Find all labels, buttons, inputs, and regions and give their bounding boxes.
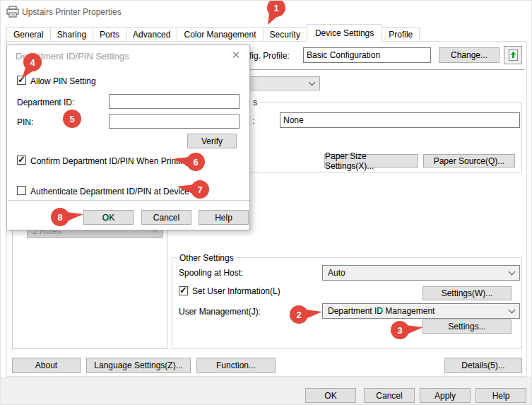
chevron-down-icon — [309, 78, 316, 86]
details-button[interactable]: Details(5)... — [444, 358, 522, 373]
tab-ports[interactable]: Ports — [93, 27, 126, 42]
window-title: Upstairs Printer Properties — [22, 7, 122, 17]
set-user-info-checkbox[interactable] — [179, 286, 188, 295]
printer-properties-window: Upstairs Printer Properties General Shar… — [0, 0, 532, 405]
spooling-label: Spooling at Host: — [179, 268, 243, 278]
none-field[interactable]: None — [280, 112, 520, 128]
pin-label: PIN: — [17, 117, 33, 127]
set-user-info-label: Set User Information(L) — [192, 286, 280, 296]
paper-source-button[interactable]: Paper Source(Q)... — [423, 154, 515, 168]
dialog-help-button[interactable]: Help — [199, 210, 249, 225]
ok-button[interactable]: OK — [305, 388, 356, 403]
other-settings-title: Other Settings — [177, 253, 236, 263]
tab-color-management[interactable]: Color Management — [177, 27, 263, 42]
callout-1-icon: 1 — [257, 0, 288, 28]
export-profile-icon — [508, 49, 519, 61]
callout-8-icon: 8 — [50, 207, 85, 227]
user-management-dropdown[interactable]: Department ID Management — [322, 303, 520, 319]
callout-3-icon: 3 — [390, 320, 425, 340]
svg-text:6: 6 — [193, 157, 198, 168]
callout-6-icon: 6 — [170, 152, 206, 172]
apply-button[interactable]: Apply — [420, 388, 471, 403]
tab-advanced[interactable]: Advanced — [126, 27, 177, 42]
svg-text:5: 5 — [69, 114, 74, 124]
confirm-label: Confirm Department ID/PIN When Printing — [30, 156, 189, 166]
confirm-checkbox[interactable] — [17, 155, 26, 165]
svg-text:1: 1 — [273, 3, 278, 13]
printer-icon — [6, 6, 19, 18]
callout-4-icon: 4 — [13, 52, 45, 82]
department-id-label: Department ID: — [17, 98, 74, 107]
tab-device-settings[interactable]: Device Settings — [307, 24, 382, 42]
change-button[interactable]: Change... — [439, 47, 500, 63]
svg-text:3: 3 — [397, 325, 402, 336]
function-button[interactable]: Function... — [196, 358, 276, 373]
tab-profile[interactable]: Profile — [382, 27, 420, 42]
svg-text:2: 2 — [296, 310, 301, 320]
tab-strip: General Sharing Ports Advanced Color Man… — [6, 24, 419, 42]
department-id-input[interactable] — [109, 94, 240, 109]
export-profile-button[interactable] — [504, 46, 522, 64]
cancel-button[interactable]: Cancel — [364, 388, 415, 403]
groupbox-label-fragment: s — [251, 98, 259, 107]
tab-security[interactable]: Security — [263, 27, 307, 42]
chevron-down-icon — [509, 306, 516, 313]
spooling-dropdown[interactable]: Auto — [322, 265, 520, 281]
pin-input[interactable] — [109, 114, 240, 129]
language-settings-button[interactable]: Language Settings(Z)... — [86, 358, 191, 373]
help-button[interactable]: Help — [475, 388, 526, 403]
tab-sharing[interactable]: Sharing — [50, 27, 93, 42]
dialog-cancel-button[interactable]: Cancel — [141, 210, 191, 225]
authenticate-label: Authenticate Department ID/PIN at Device — [30, 187, 189, 196]
verify-button[interactable]: Verify — [187, 134, 237, 148]
chevron-down-icon — [509, 268, 516, 275]
svg-text:4: 4 — [30, 57, 35, 68]
config-profile-field[interactable]: Basic Configuration — [303, 47, 431, 63]
svg-text:7: 7 — [197, 184, 202, 195]
dialog-separator — [8, 200, 249, 201]
user-management-settings-button[interactable]: Settings... — [422, 319, 512, 334]
dialog-ok-button[interactable]: OK — [83, 210, 134, 225]
settings-w-button[interactable]: Settings(W)... — [422, 286, 512, 300]
callout-2-icon: 2 — [289, 305, 324, 324]
svg-text:8: 8 — [57, 212, 62, 223]
close-icon[interactable]: ✕ — [229, 48, 243, 62]
authenticate-checkbox[interactable] — [17, 186, 26, 195]
paper-size-settings-button[interactable]: Paper Size Settings(X)... — [324, 154, 418, 168]
field-label-fragment: : — [252, 116, 254, 126]
callout-5-icon: 5 — [62, 109, 82, 129]
tab-general[interactable]: General — [6, 27, 51, 42]
callout-7-icon: 7 — [175, 180, 210, 199]
user-management-label: User Management(J): — [179, 307, 261, 317]
about-button[interactable]: About — [12, 358, 81, 373]
